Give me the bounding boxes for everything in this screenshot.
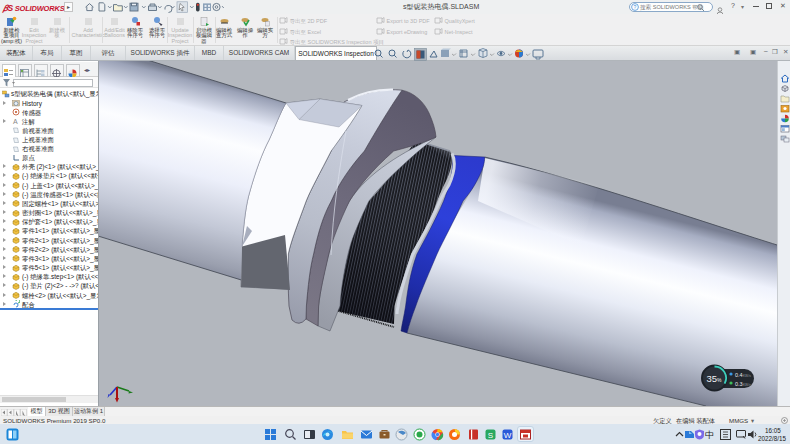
svg-text:S: S [488,431,493,440]
svg-text:W: W [504,431,512,440]
svg-text:?: ? [634,4,637,10]
svg-text:A: A [13,118,18,125]
svg-text:0.4KB/s: 0.4KB/s [735,372,751,378]
svg-text:0.3KB/s: 0.3KB/s [735,381,751,387]
